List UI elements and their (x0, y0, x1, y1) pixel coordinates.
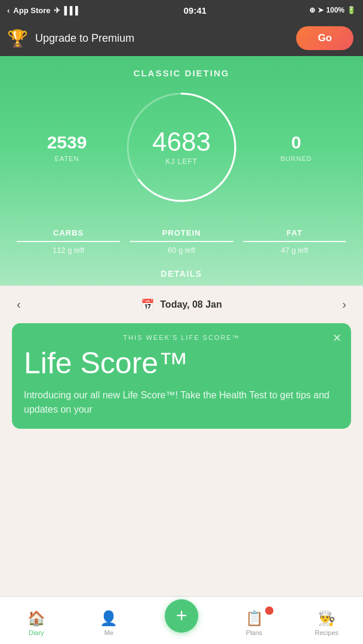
carbs-macro: CARBS 112 g left (12, 228, 125, 255)
time-display: 09:41 (184, 5, 207, 16)
close-card-button[interactable]: ✕ (333, 332, 342, 345)
card-subtitle: THIS WEEK'S LIFE SCORE™ (24, 334, 339, 341)
fat-macro: FAT 47 g left (238, 228, 351, 255)
carbs-value: 112 g left (12, 246, 125, 255)
current-date: Today, 08 Jan (160, 299, 222, 310)
fat-label: FAT (238, 228, 351, 237)
kj-value: 4683 (152, 129, 211, 155)
recipes-label: Recipes (315, 629, 339, 636)
life-score-title: Life Score™ (24, 347, 339, 380)
upgrade-button[interactable]: Go (296, 26, 353, 50)
protein-label: PROTEIN (125, 228, 238, 237)
tab-add[interactable]: + (145, 599, 218, 633)
premium-left: 🏆 Upgrade to Premium (7, 29, 134, 48)
tab-bar: 🏠 Diary 👤 Me + 📋 Plans 👨‍🍳 Recipes (0, 596, 363, 644)
date-nav: ‹ 📅 Today, 08 Jan › (0, 286, 363, 323)
tab-recipes[interactable]: 👨‍🍳 Recipes (290, 605, 363, 636)
carbs-bar (17, 241, 120, 242)
gps-icon: ➤ (318, 6, 324, 14)
battery-label: 100% (326, 6, 344, 14)
add-icon: + (176, 606, 187, 625)
plans-label: Plans (246, 629, 263, 636)
add-circle: + (165, 599, 198, 633)
location-icon: ⊕ (309, 6, 315, 14)
battery-icon: 🔋 (347, 6, 356, 14)
status-bar: ‹ App Store ✈ ▌▌▌ 09:41 ⊕ ➤ 100% 🔋 (0, 0, 363, 20)
me-label: Me (104, 629, 113, 636)
tab-diary[interactable]: 🏠 Diary (0, 605, 73, 636)
macros-row: CARBS 112 g left PROTEIN 60 g left FAT 4… (0, 219, 363, 262)
life-score-card: THIS WEEK'S LIFE SCORE™ ✕ Life Score™ In… (12, 323, 351, 429)
details-button[interactable]: DETAILS (0, 262, 363, 286)
prev-day-button[interactable]: ‹ (12, 295, 26, 314)
burned-stat: 0 BURNED (241, 132, 351, 162)
premium-banner: 🏆 Upgrade to Premium Go (0, 20, 363, 56)
back-arrow-icon: ‹ (7, 6, 10, 15)
diet-section: CLASSIC DIETING 2539 EATEN 4683 KJ LEFT … (0, 56, 363, 286)
kj-label: KJ LEFT (152, 157, 211, 166)
burned-label: BURNED (241, 155, 351, 162)
date-display: 📅 Today, 08 Jan (141, 298, 222, 311)
protein-bar (130, 241, 233, 242)
circle-inner: 4683 KJ LEFT (152, 129, 211, 166)
fat-value: 47 g left (238, 246, 351, 255)
airplane-icon: ✈ (54, 6, 60, 15)
kj-circle: 4683 KJ LEFT (122, 88, 241, 207)
protein-value: 60 g left (125, 246, 238, 255)
plans-notification-dot (265, 606, 273, 615)
circle-tracker: 2539 EATEN 4683 KJ LEFT 0 BURNED (0, 88, 363, 219)
status-right: ⊕ ➤ 100% 🔋 (309, 6, 356, 14)
premium-title: Upgrade to Premium (35, 32, 134, 45)
eaten-value: 2539 (12, 132, 122, 153)
next-day-button[interactable]: › (337, 295, 351, 314)
calendar-icon: 📅 (141, 298, 154, 311)
eaten-stat: 2539 EATEN (12, 132, 122, 162)
recipes-icon: 👨‍🍳 (318, 610, 336, 627)
burned-value: 0 (241, 132, 351, 153)
signal-icon: ▌▌▌ (64, 6, 81, 15)
status-left: ‹ App Store ✈ ▌▌▌ (7, 6, 81, 15)
tab-me[interactable]: 👤 Me (73, 605, 146, 636)
fat-bar (243, 241, 346, 242)
carbs-label: CARBS (12, 228, 125, 237)
diary-label: Diary (29, 629, 44, 636)
tab-plans[interactable]: 📋 Plans (218, 605, 291, 636)
me-icon: 👤 (100, 610, 118, 627)
life-score-description: Introducing our all new Life Score™! Tak… (24, 388, 339, 417)
plans-icon: 📋 (245, 610, 263, 627)
eaten-label: EATEN (12, 155, 122, 162)
diet-title: CLASSIC DIETING (0, 68, 363, 78)
diary-icon: 🏠 (27, 610, 45, 627)
trophy-icon: 🏆 (7, 29, 28, 48)
carrier-label: App Store (13, 6, 50, 15)
protein-macro: PROTEIN 60 g left (125, 228, 238, 255)
